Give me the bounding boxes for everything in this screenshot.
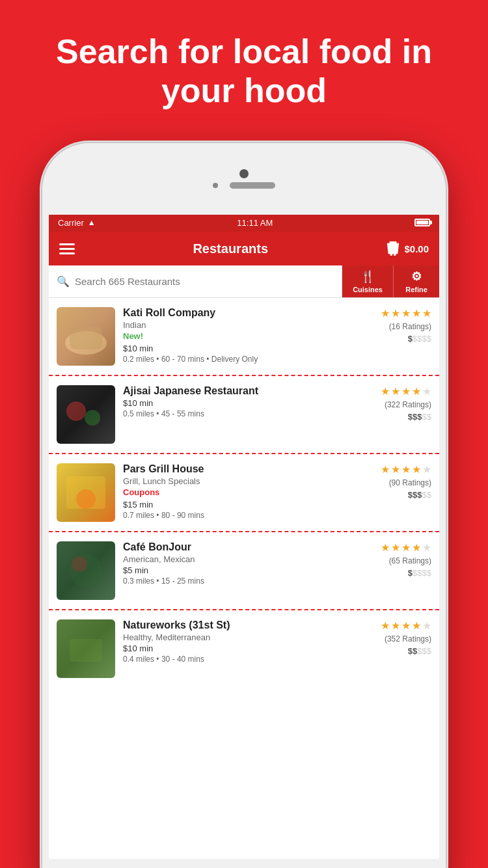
phone-bottom (42, 859, 446, 868)
price-level: $$$$$ (408, 490, 431, 500)
restaurant-meta: ★★★★★ (65 Ratings) $$$$$ (381, 541, 431, 578)
star-rating: ★★★★★ (381, 463, 431, 476)
status-bar: Carrier ▲ 11:11 AM (49, 213, 439, 232)
cart-button[interactable]: $0.00 (386, 241, 429, 256)
svg-rect-15 (70, 639, 102, 662)
svg-rect-4 (70, 327, 102, 349)
restaurant-min-order: $10 min (123, 644, 373, 653)
hero-title: Search for local food in your hood (0, 0, 488, 130)
restaurant-cuisine: Indian (123, 320, 373, 330)
restaurant-list: Kati Roll Company Indian New! $10 min 0.… (49, 298, 439, 859)
restaurant-list-item[interactable]: Café BonJour American, Mexican $5 min 0.… (49, 532, 439, 610)
star-rating: ★★★★★ (381, 307, 431, 319)
star-icon: ★ (381, 541, 390, 554)
star-icon: ★ (401, 619, 411, 632)
restaurant-list-item[interactable]: Natureworks (31st St) Healthy, Mediterra… (49, 610, 439, 687)
restaurant-meta: ★★★★★ (322 Ratings) $$$$$ (381, 385, 431, 422)
sensor-dot (213, 183, 218, 188)
svg-point-10 (76, 489, 96, 509)
star-icon: ★ (391, 619, 400, 632)
restaurant-thumbnail (57, 541, 115, 600)
svg-point-1 (394, 253, 396, 256)
star-icon: ★ (422, 619, 431, 632)
restaurant-info: Natureworks (31st St) Healthy, Mediterra… (123, 619, 373, 664)
front-camera (239, 169, 249, 178)
restaurant-name: Kati Roll Company (123, 307, 373, 319)
star-rating: ★★★★★ (381, 385, 431, 398)
ratings-count: (16 Ratings) (389, 322, 431, 331)
restaurant-info: Café BonJour American, Mexican $5 min 0.… (123, 541, 373, 586)
price-level: $$$$$ (408, 568, 431, 578)
restaurant-list-item[interactable]: Pars Grill House Grill, Lunch Specials C… (49, 454, 439, 532)
svg-point-7 (85, 410, 100, 426)
star-icon: ★ (381, 463, 390, 476)
cart-amount: $0.00 (404, 243, 429, 254)
restaurant-min-order: $5 min (123, 565, 373, 575)
search-input[interactable] (75, 276, 334, 287)
ratings-count: (65 Ratings) (389, 556, 431, 565)
star-icon: ★ (412, 463, 421, 476)
restaurant-cuisine: Healthy, Mediterranean (123, 632, 373, 642)
restaurant-list-item[interactable]: Ajisai Japanese Restaurant $10 min 0.5 m… (49, 376, 439, 454)
price-level: $$$$$ (408, 334, 431, 344)
phone-screen: Carrier ▲ 11:11 AM Restaurants (49, 213, 439, 859)
battery-icon (414, 219, 430, 226)
star-icon: ★ (401, 541, 411, 554)
restaurant-name: Pars Grill House (123, 463, 373, 475)
star-rating: ★★★★★ (381, 619, 431, 632)
restaurant-thumbnail (57, 385, 115, 444)
search-box[interactable]: 🔍 (49, 265, 342, 297)
star-icon: ★ (422, 463, 431, 476)
refine-filter-button[interactable]: ⚙ Refine (394, 265, 439, 297)
cart-icon (386, 241, 400, 256)
carrier-label: Carrier (58, 218, 84, 228)
star-icon: ★ (391, 463, 400, 476)
restaurant-meta: ★★★★★ (352 Ratings) $$$$$ (381, 619, 431, 656)
cuisines-label: Cuisines (353, 286, 383, 293)
refine-icon: ⚙ (411, 269, 422, 284)
phone-top (42, 143, 446, 215)
star-rating: ★★★★★ (381, 541, 431, 554)
nav-title: Restaurants (193, 241, 268, 256)
earpiece-speaker (230, 182, 275, 189)
star-icon: ★ (391, 385, 400, 398)
star-icon: ★ (401, 307, 411, 319)
refine-label: Refine (405, 286, 427, 293)
star-icon: ★ (381, 307, 390, 319)
restaurant-info: Ajisai Japanese Restaurant $10 min 0.5 m… (123, 385, 373, 418)
star-icon: ★ (391, 541, 400, 554)
star-icon: ★ (422, 385, 431, 398)
hamburger-line (59, 248, 75, 250)
star-icon: ★ (412, 619, 421, 632)
svg-point-6 (66, 401, 86, 421)
star-icon: ★ (391, 307, 400, 319)
restaurant-thumbnail (57, 307, 115, 366)
restaurant-info: Kati Roll Company Indian New! $10 min 0.… (123, 307, 373, 364)
search-filter-row: 🔍 🍴 Cuisines ⚙ Refine (49, 265, 439, 298)
star-icon: ★ (422, 307, 431, 319)
restaurant-details: 0.5 miles • 45 - 55 mins (123, 409, 373, 418)
star-icon: ★ (422, 541, 431, 554)
star-icon: ★ (381, 385, 390, 398)
restaurant-details: 0.4 miles • 30 - 40 mins (123, 655, 373, 664)
svg-point-0 (390, 253, 393, 256)
hamburger-line (59, 243, 75, 245)
cuisines-icon: 🍴 (360, 269, 375, 284)
star-icon: ★ (401, 385, 411, 398)
cuisines-filter-button[interactable]: 🍴 Cuisines (342, 265, 394, 297)
phone-frame: Carrier ▲ 11:11 AM Restaurants (42, 143, 446, 868)
restaurant-min-order: $10 min (123, 398, 373, 408)
restaurant-cuisine: American, Mexican (123, 554, 373, 564)
menu-button[interactable] (59, 243, 75, 254)
restaurant-name: Natureworks (31st St) (123, 619, 373, 631)
restaurant-list-item[interactable]: Kati Roll Company Indian New! $10 min 0.… (49, 298, 439, 376)
hamburger-line (59, 252, 75, 254)
wifi-icon: ▲ (88, 218, 96, 227)
restaurant-cuisine: Grill, Lunch Specials (123, 476, 373, 486)
restaurant-name: Ajisai Japanese Restaurant (123, 385, 373, 397)
restaurant-meta: ★★★★★ (90 Ratings) $$$$$ (381, 463, 431, 500)
search-icon: 🔍 (57, 275, 70, 288)
restaurant-name: Café BonJour (123, 541, 373, 553)
price-level: $$$$$ (408, 412, 431, 422)
restaurant-details: 0.3 miles • 15 - 25 mins (123, 576, 373, 586)
